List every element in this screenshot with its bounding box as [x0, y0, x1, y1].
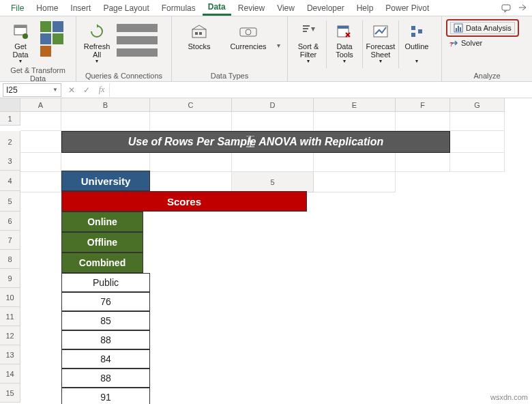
formula-input[interactable]: [109, 83, 532, 97]
cell[interactable]: [450, 153, 505, 172]
col-header[interactable]: E: [314, 98, 396, 112]
enter-formula-icon[interactable]: ✓: [79, 85, 94, 95]
get-data-button[interactable]: Get Data▾: [4, 20, 37, 65]
comments-icon[interactable]: [499, 2, 513, 14]
cursor-icon: [245, 136, 256, 149]
outline-button[interactable]: Outline▾: [400, 20, 433, 65]
svg-rect-14: [418, 29, 422, 33]
existing-conn-icon[interactable]: [40, 46, 51, 57]
refresh-icon: [87, 22, 106, 41]
col-header[interactable]: F: [396, 98, 450, 112]
row-header[interactable]: 13: [0, 345, 20, 364]
row-header[interactable]: 11: [0, 307, 20, 326]
tab-help[interactable]: Help: [351, 1, 379, 15]
cell[interactable]: [314, 153, 396, 172]
cell[interactable]: [20, 112, 61, 131]
data-cell[interactable]: 91: [61, 388, 150, 404]
data-tools-button[interactable]: Data Tools▾: [328, 20, 361, 65]
cell[interactable]: [150, 112, 232, 131]
select-all-corner[interactable]: [0, 98, 20, 112]
data-cell[interactable]: 84: [61, 349, 150, 369]
row-header[interactable]: 4: [0, 171, 20, 191]
tab-view[interactable]: View: [271, 1, 300, 15]
tab-formulas[interactable]: Formulas: [156, 1, 201, 15]
col-header[interactable]: A: [20, 98, 61, 112]
properties-icon[interactable]: [117, 36, 158, 44]
cell[interactable]: [450, 112, 505, 131]
solver-icon: ?: [449, 38, 458, 48]
row-header[interactable]: 1: [0, 112, 20, 126]
cell[interactable]: [396, 112, 450, 131]
row-header[interactable]: 15: [0, 384, 20, 403]
data-cell[interactable]: 88: [61, 369, 150, 388]
data-cell[interactable]: 76: [61, 292, 150, 311]
cell[interactable]: [232, 153, 314, 172]
row-header[interactable]: 3: [0, 152, 20, 171]
tab-data[interactable]: Data: [203, 0, 231, 16]
sub-online[interactable]: Online: [61, 212, 143, 232]
tab-developer[interactable]: Developer: [301, 1, 350, 15]
svg-rect-18: [460, 27, 461, 31]
tab-home[interactable]: Home: [31, 1, 63, 15]
cell[interactable]: [20, 172, 61, 192]
row-header[interactable]: 7: [0, 231, 20, 250]
col-header[interactable]: C: [150, 98, 232, 112]
cell[interactable]: [61, 153, 150, 172]
row-header[interactable]: 14: [0, 364, 20, 384]
queries-conn-icon[interactable]: [117, 24, 158, 32]
cell[interactable]: [20, 153, 61, 172]
refresh-all-button[interactable]: Refresh All▾: [80, 20, 113, 65]
row-header[interactable]: 5: [0, 191, 20, 212]
data-cell[interactable]: 85: [61, 311, 150, 330]
title-band[interactable]: Use of Rows Per Sample ANOVA with Replic…: [61, 131, 450, 153]
cancel-formula-icon[interactable]: ✕: [64, 85, 79, 95]
tab-page-layout[interactable]: Page Layout: [98, 1, 154, 15]
tab-power-pivot[interactable]: Power Pivot: [380, 1, 434, 15]
group-public[interactable]: Public: [61, 273, 150, 292]
cell[interactable]: [61, 112, 150, 131]
row-header[interactable]: 12: [0, 326, 20, 345]
cell[interactable]: [150, 153, 232, 172]
cell[interactable]: [20, 131, 61, 153]
get-transform-small-icons[interactable]: [40, 20, 63, 56]
solver-button[interactable]: ? Solver: [446, 38, 482, 48]
data-analysis-button[interactable]: Data Analysis: [450, 22, 515, 34]
sort-filter-button[interactable]: Sort & Filter▾: [292, 20, 325, 65]
tab-file[interactable]: File: [5, 1, 29, 15]
university-header[interactable]: University: [61, 171, 150, 191]
from-table-icon[interactable]: [40, 33, 51, 44]
stocks-button[interactable]: Stocks: [179, 20, 220, 50]
sub-offline[interactable]: Offline: [61, 232, 143, 252]
data-types-more[interactable]: ▾: [277, 42, 280, 49]
share-icon[interactable]: [516, 2, 529, 14]
svg-point-8: [246, 29, 251, 35]
tab-insert[interactable]: Insert: [65, 1, 96, 15]
row-header[interactable]: 8: [0, 250, 20, 269]
row-header[interactable]: 9: [0, 269, 20, 288]
currencies-button[interactable]: Currencies: [228, 20, 269, 50]
name-box[interactable]: I25▼: [3, 83, 61, 97]
col-header[interactable]: B: [61, 98, 150, 112]
fx-icon[interactable]: fx: [94, 85, 109, 95]
col-header[interactable]: G: [450, 98, 505, 112]
data-cell[interactable]: 88: [61, 330, 150, 349]
row-header[interactable]: 10: [0, 288, 20, 307]
sub-combined[interactable]: Combined: [61, 252, 143, 273]
scores-header[interactable]: Scores: [61, 191, 307, 212]
cell[interactable]: [450, 131, 505, 153]
data-analysis-highlight: Data Analysis: [446, 19, 519, 37]
cell[interactable]: [314, 112, 396, 131]
from-text-icon[interactable]: [40, 21, 51, 32]
row-header[interactable]: 6: [0, 212, 20, 231]
svg-rect-6: [199, 32, 202, 35]
edit-links-icon[interactable]: [117, 48, 158, 57]
from-web-icon[interactable]: [53, 21, 63, 32]
tab-review[interactable]: Review: [233, 1, 270, 15]
cell[interactable]: [396, 153, 450, 172]
row-header[interactable]: 2: [0, 131, 20, 153]
cell[interactable]: [232, 112, 314, 131]
cell[interactable]: [314, 172, 396, 192]
recent-sources-icon[interactable]: [53, 33, 63, 44]
col-header[interactable]: D: [232, 98, 314, 112]
forecast-button[interactable]: Forecast Sheet▾: [364, 20, 397, 65]
